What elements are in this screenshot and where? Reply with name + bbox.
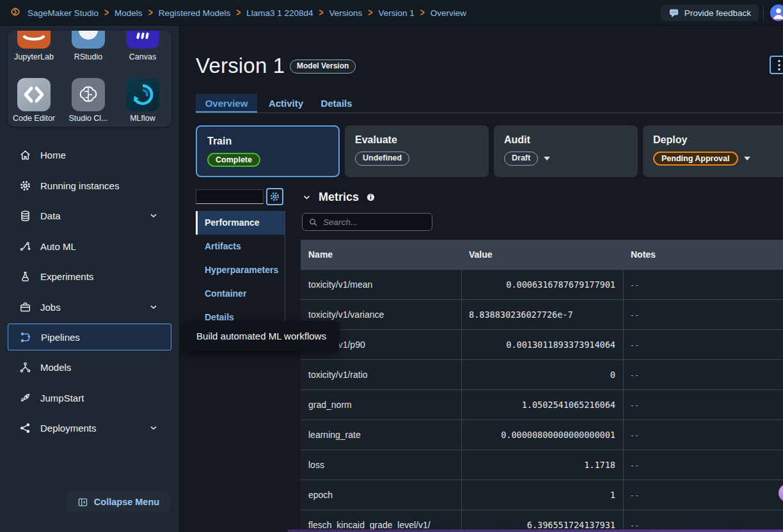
sagemaker-studio-app: SageMaker Studio > Models > Registered M… (0, 0, 783, 532)
app-tile-jupyterlab[interactable] (17, 31, 51, 49)
metrics-table: Name Value Notes toxicity/v1/mean 0.0006… (301, 240, 783, 532)
app-tiles-panel: JupyterLab RStudio Canvas (8, 31, 171, 127)
status-badge-pending-approval[interactable]: Pending Approval (653, 152, 738, 166)
app-tile-code-editor[interactable] (17, 78, 51, 111)
stage-card-deploy[interactable]: Deploy Pending Approval (643, 125, 783, 177)
sidebar-item-label: Auto ML (40, 241, 76, 252)
breadcrumb-item-current[interactable]: Overview (431, 8, 466, 18)
metric-value: 0.00000800000000000001 (461, 430, 623, 440)
app-tile-rstudio[interactable] (72, 31, 105, 49)
jupyterlab-icon (17, 31, 51, 49)
sidebar-item-home[interactable]: Home (0, 145, 180, 165)
metric-name: toxicity/v1/variance (301, 309, 461, 320)
metric-notes: -- (623, 460, 783, 470)
collapse-menu-button[interactable]: Collapse Menu (67, 492, 170, 512)
vertical-ellipsis-icon (774, 59, 783, 71)
table-settings-button[interactable] (266, 188, 283, 205)
app-tile-label: Canvas (116, 52, 170, 61)
metric-value: 1.0502541065216064 (461, 400, 623, 410)
sagemaker-logo-icon (9, 6, 22, 19)
search-icon (308, 217, 318, 227)
breadcrumb-item[interactable]: Versions (329, 8, 363, 18)
metric-value: 0.0006316787679177901 (461, 279, 623, 290)
table-row: toxicity/v1/p90 0.0013011893373914064 -- (301, 329, 783, 359)
app-tile-label: MLflow (116, 114, 170, 123)
app-tile-label: JupyterLab (7, 52, 61, 61)
stage-card-train[interactable]: Train Complete (196, 125, 340, 177)
tab-activity[interactable]: Activity (263, 94, 309, 113)
home-icon (19, 149, 31, 161)
status-badge-complete: Complete (207, 153, 260, 167)
sidebar-item-data[interactable]: Data (0, 205, 180, 226)
sidebar-item-deployments[interactable]: Deployments (0, 418, 180, 438)
stage-card-evaluate[interactable]: Evaluate Undefined (345, 125, 489, 177)
chevron-down-icon (148, 210, 159, 221)
table-row: toxicity/v1/mean 0.0006316787679177901 -… (301, 269, 783, 299)
metrics-subnav: Performance Artifacts Hyperparameters Co… (196, 211, 285, 329)
caret-down-icon[interactable] (744, 157, 750, 160)
sidebar-item-jobs[interactable]: Jobs (0, 297, 180, 317)
page-title: Version 1 (196, 54, 285, 78)
stage-name: Deploy (653, 134, 777, 146)
table-row: loss 1.1718 -- (301, 450, 783, 480)
section-collapse-chevron-icon[interactable] (302, 192, 312, 202)
column-header-value: Value (461, 249, 623, 260)
metric-name: epoch (301, 490, 461, 500)
metric-notes: -- (623, 310, 783, 320)
provide-feedback-button[interactable]: Provide feedback (661, 4, 759, 21)
stage-name: Train (207, 136, 328, 147)
status-badge-undefined: Undefined (355, 152, 409, 166)
metric-name: toxicity/v1/mean (301, 279, 461, 290)
sidebar-item-auto-ml[interactable]: Auto ML (0, 236, 180, 256)
stage-name: Audit (504, 134, 628, 146)
breadcrumb-item[interactable]: Registered Models (159, 8, 231, 18)
sidebar-item-label: Jobs (40, 302, 61, 313)
tab-details[interactable]: Details (315, 94, 358, 113)
sidebar-item-jumpstart[interactable]: JumpStart (0, 387, 180, 408)
subnav-item-container[interactable]: Container (196, 282, 285, 306)
subnav-item-hyperparameters[interactable]: Hyperparameters (196, 258, 285, 282)
breadcrumb-separator: > (420, 7, 425, 19)
stage-card-audit[interactable]: Audit Draft (494, 125, 638, 177)
brain-icon (72, 78, 105, 111)
feedback-label: Provide feedback (684, 8, 751, 18)
app-tile-mlflow[interactable] (126, 78, 159, 111)
collapse-panel-icon (77, 497, 88, 508)
subnav-filter-input[interactable] (196, 189, 264, 204)
breadcrumb-item[interactable]: Models (115, 8, 143, 18)
pipelines-icon (20, 331, 32, 343)
database-icon (19, 210, 31, 222)
status-badge-draft[interactable]: Draft (504, 152, 538, 166)
actions-kebab-button[interactable] (770, 56, 783, 74)
app-tile-canvas[interactable] (126, 31, 159, 49)
user-avatar[interactable] (770, 4, 783, 21)
metric-value: 0 (461, 370, 623, 380)
sidebar-item-experiments[interactable]: Experiments (0, 266, 180, 286)
top-bar: SageMaker Studio > Models > Registered M… (0, 0, 783, 26)
subnav-item-artifacts[interactable]: Artifacts (196, 235, 285, 258)
breadcrumb-item[interactable]: Version 1 (378, 8, 414, 18)
sidebar-item-pipelines[interactable]: Pipelines (8, 324, 171, 350)
column-separator (461, 269, 462, 532)
subnav-item-performance[interactable]: Performance (196, 211, 285, 235)
sidebar-item-running-instances[interactable]: Running instances (0, 175, 180, 196)
sidebar-item-label: Models (40, 362, 71, 373)
sidebar-item-models[interactable]: Models (0, 357, 180, 377)
table-header-row: Name Value Notes (301, 240, 783, 269)
metric-value: 6.396551724137931 (461, 520, 623, 530)
info-icon[interactable] (366, 192, 376, 202)
table-row: toxicity/v1/variance 8.838830236027726e-… (301, 299, 783, 329)
tab-overview[interactable]: Overview (196, 94, 257, 113)
stage-name: Evaluate (355, 134, 478, 146)
sidebar-item-label: Data (40, 210, 61, 221)
search-input[interactable] (323, 217, 426, 227)
app-tile-studio-classic[interactable] (72, 78, 105, 111)
flask-icon (19, 270, 31, 283)
metric-value: 1 (461, 490, 623, 500)
breadcrumb-item[interactable]: SageMaker Studio (28, 8, 99, 18)
caret-down-icon[interactable] (544, 157, 550, 160)
breadcrumb-item[interactable]: Llama3 1 2208d4 (246, 8, 313, 18)
metric-notes: -- (623, 490, 783, 500)
metric-name: loss (301, 460, 461, 470)
sidebar: JupyterLab RStudio Canvas (0, 26, 180, 532)
